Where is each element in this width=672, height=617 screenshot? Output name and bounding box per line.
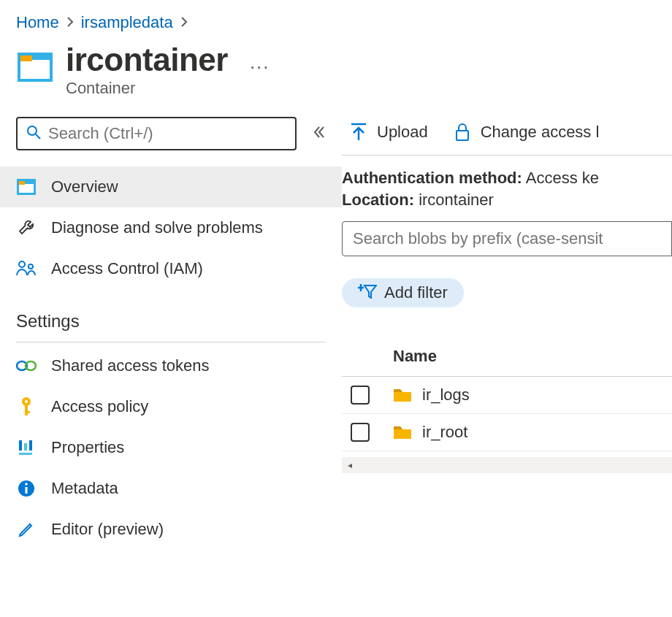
add-filter-label: Add filter	[384, 283, 448, 302]
svg-rect-19	[19, 453, 32, 455]
nav-metadata[interactable]: Metadata	[0, 468, 342, 509]
horizontal-scrollbar[interactable]: ◂	[342, 457, 672, 473]
blob-search-input[interactable]	[353, 229, 661, 248]
blob-search[interactable]	[342, 221, 672, 256]
svg-rect-7	[19, 181, 25, 185]
sidebar: Overview Diagnose and solve problems Acc…	[0, 117, 342, 550]
change-access-button[interactable]: Change access l	[453, 123, 600, 142]
page-title: ircontainer	[66, 42, 228, 77]
search-icon	[26, 125, 41, 143]
svg-rect-14	[25, 405, 28, 415]
location: Location: ircontainer	[342, 189, 672, 211]
svg-point-3	[28, 126, 37, 135]
filter-icon	[358, 283, 377, 303]
table-row[interactable]: ir_logs	[342, 377, 672, 414]
change-access-label: Change access l	[481, 123, 600, 142]
svg-rect-15	[25, 411, 30, 413]
nav-sas-label: Shared access tokens	[51, 356, 209, 375]
svg-point-9	[28, 264, 33, 269]
svg-rect-6	[19, 184, 34, 193]
blob-table: Name ir_logs ir_root	[342, 340, 672, 473]
sidebar-search-input[interactable]	[48, 124, 286, 143]
table-header: Name	[342, 340, 672, 377]
auth-method: Authentication method: Access ke	[342, 167, 672, 189]
nav-overview-label: Overview	[51, 177, 118, 196]
upload-button[interactable]: Upload	[349, 123, 428, 142]
collapse-sidebar-button[interactable]	[313, 126, 326, 142]
add-filter-button[interactable]: Add filter	[342, 278, 464, 307]
key-icon	[16, 396, 37, 417]
action-bar: Upload Change access l	[342, 117, 672, 152]
scroll-left-button[interactable]: ◂	[342, 457, 358, 473]
more-menu-button[interactable]: ···	[240, 42, 270, 78]
nav-editor-label: Editor (preview)	[51, 520, 164, 539]
column-name[interactable]: Name	[393, 347, 437, 366]
nav-policy[interactable]: Access policy	[0, 386, 342, 427]
link-icon	[16, 356, 37, 376]
nav-sas[interactable]: Shared access tokens	[0, 345, 342, 386]
svg-point-22	[25, 483, 28, 486]
nav-policy-label: Access policy	[51, 397, 148, 416]
page-subtitle: Container	[66, 79, 228, 98]
container-icon	[16, 48, 54, 86]
nav-diagnose[interactable]: Diagnose and solve problems	[0, 207, 342, 248]
table-row[interactable]: ir_root	[342, 414, 672, 451]
row-checkbox[interactable]	[351, 423, 370, 442]
divider	[16, 342, 326, 342]
svg-rect-1	[20, 60, 50, 79]
row-name: ir_logs	[422, 386, 470, 405]
upload-icon	[349, 123, 368, 142]
nav-overview[interactable]: Overview	[0, 166, 342, 207]
lock-icon	[453, 123, 472, 142]
breadcrumb-home[interactable]: Home	[16, 13, 59, 32]
page-title-row: ircontainer Container ···	[0, 38, 672, 104]
svg-point-8	[19, 261, 25, 267]
breadcrumb-resource[interactable]: irsampledata	[81, 13, 173, 32]
svg-rect-18	[29, 440, 32, 451]
settings-header: Settings	[0, 289, 342, 339]
folder-icon	[393, 387, 412, 403]
wrench-icon	[16, 218, 37, 238]
upload-label: Upload	[377, 123, 428, 142]
chevron-right-icon	[180, 15, 188, 31]
nav-metadata-label: Metadata	[51, 479, 118, 498]
svg-rect-17	[24, 443, 27, 451]
nav-iam-label: Access Control (IAM)	[51, 259, 203, 278]
properties-icon	[16, 437, 37, 458]
pencil-icon	[16, 519, 37, 540]
nav-iam[interactable]: Access Control (IAM)	[0, 248, 342, 289]
svg-point-13	[25, 400, 28, 403]
svg-rect-21	[26, 487, 28, 494]
nav-properties[interactable]: Properties	[0, 427, 342, 468]
sidebar-search[interactable]	[16, 117, 297, 150]
main-content: Upload Change access l Authentication me…	[342, 117, 672, 550]
breadcrumb: Home irsampledata	[0, 0, 672, 38]
svg-rect-2	[20, 55, 32, 61]
row-checkbox[interactable]	[351, 386, 370, 405]
folder-icon	[393, 424, 412, 440]
svg-rect-16	[19, 440, 22, 451]
people-icon	[16, 258, 37, 279]
info-icon	[16, 478, 37, 499]
row-name: ir_root	[422, 423, 467, 442]
nav-properties-label: Properties	[51, 438, 124, 457]
container-small-icon	[16, 177, 37, 197]
svg-rect-25	[457, 131, 468, 140]
nav-editor[interactable]: Editor (preview)	[0, 509, 342, 550]
chevron-right-icon	[66, 15, 74, 31]
svg-line-4	[36, 134, 40, 139]
divider	[342, 155, 672, 156]
nav-diagnose-label: Diagnose and solve problems	[51, 218, 263, 237]
